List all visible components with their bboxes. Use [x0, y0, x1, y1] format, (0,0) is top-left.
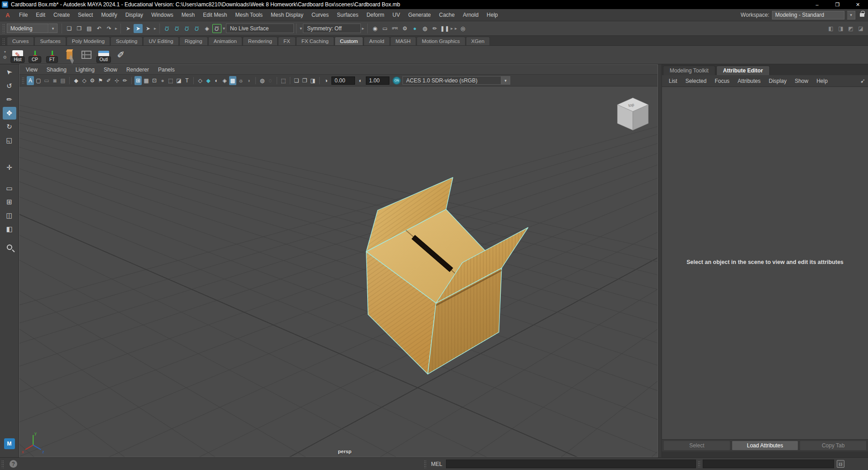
textured-display-icon[interactable]: ◐ [213, 76, 220, 85]
image-display-icon[interactable]: ◪ [175, 76, 182, 85]
copy-tab-button[interactable]: Copy Tab [800, 441, 867, 451]
shelf-tab-fx-caching[interactable]: FX Caching [296, 37, 334, 45]
select-by-component-icon[interactable]: ➤ [144, 24, 153, 33]
shelf-tab-motion-graphics[interactable]: Motion Graphics [417, 37, 465, 45]
ambient-occlusion-icon[interactable]: ◍ [259, 76, 266, 85]
menu-help[interactable]: Help [483, 9, 502, 21]
menu-edit[interactable]: Edit [32, 9, 49, 21]
shelf-tab-rigging[interactable]: Rigging [179, 37, 208, 45]
gamma-field[interactable]: 1.00 [366, 77, 389, 85]
ae-menu-attributes[interactable]: Attributes [734, 78, 765, 84]
select-button[interactable]: Select [663, 441, 730, 451]
menu-mesh-tools[interactable]: Mesh Tools [231, 9, 267, 21]
colorspace-dropdown-icon[interactable]: ▾ [501, 76, 510, 85]
shelf-tab-xgen[interactable]: XGen [466, 37, 490, 45]
menu-mesh-display[interactable]: Mesh Display [267, 9, 307, 21]
default-lighting-icon[interactable]: ☼ [237, 76, 245, 85]
shelf-button-center-pivot[interactable]: CP [26, 46, 43, 63]
statusline-grip[interactable] [2, 24, 5, 34]
exposure-icon[interactable]: ◑ [322, 76, 330, 85]
move-tool-icon[interactable]: ✥ [3, 107, 16, 120]
shelf-tab-arnold[interactable]: Arnold [364, 37, 389, 45]
shelf-button-history[interactable]: ✎ Hist [9, 46, 26, 63]
grease-pencil-icon[interactable]: ✏ [121, 76, 129, 85]
bookmark-icon[interactable]: ⚑ [97, 76, 104, 85]
viewport-toolbar-grip[interactable] [22, 77, 25, 84]
view-cube[interactable]: top [617, 98, 648, 130]
symmetry-field[interactable]: Symmetry: Off [303, 24, 361, 33]
toggle-tool-settings-icon[interactable]: ◩ [846, 24, 855, 33]
shelf-tab-animation[interactable]: Animation [208, 37, 242, 45]
camera-select-icon[interactable]: ◆ [72, 76, 80, 85]
exposure-field[interactable]: 0.00 [331, 77, 355, 85]
film-gate-display-icon[interactable]: ▦ [143, 76, 150, 85]
redo-icon[interactable]: ↷ [105, 24, 114, 33]
shadows-icon[interactable]: ◗ [245, 76, 253, 85]
safe-title-icon[interactable]: ● [159, 76, 166, 85]
layout-hypergraph-icon[interactable] [3, 241, 16, 254]
toggle-channel-box-icon[interactable]: ◪ [856, 24, 865, 33]
collapse-arrow-icon[interactable]: ▸ [451, 26, 453, 31]
shelf-button-panel-layout[interactable] [78, 46, 95, 63]
workspace-lock-icon[interactable] [860, 13, 864, 17]
render-view-icon[interactable]: ◉ [370, 24, 379, 33]
film-gate-icon[interactable]: ▢ [35, 76, 42, 85]
make-live-icon[interactable]: ◈ [202, 24, 211, 33]
lookdev-search-icon[interactable]: ◎ [458, 24, 467, 33]
pin-icon[interactable]: ➹ [860, 77, 865, 84]
menu-arnold[interactable]: Arnold [459, 9, 483, 21]
menu-uv[interactable]: UV [388, 9, 404, 21]
command-language-toggle[interactable]: MEL [431, 461, 442, 467]
menu-deform[interactable]: Deform [362, 9, 388, 21]
workspace-select[interactable]: Modeling - Standard [772, 11, 844, 19]
command-result-field[interactable] [703, 460, 834, 468]
render-settings-icon[interactable]: ⚙ [400, 24, 409, 33]
viewport-menu-panels[interactable]: Panels [153, 65, 179, 74]
select-tool-icon[interactable]: ➤ [3, 66, 16, 79]
menu-windows[interactable]: Windows [147, 9, 177, 21]
pan-zoom-icon[interactable]: ⊹ [113, 76, 120, 85]
commandline-grip[interactable] [424, 460, 427, 468]
safe-action-icon[interactable]: ⊡ [151, 76, 158, 85]
select-by-object-icon[interactable]: ➤ [134, 24, 143, 33]
motion-blur-icon[interactable]: ◌ [267, 76, 274, 85]
isolate-select-icon[interactable]: ⬚ [280, 76, 287, 85]
result-grip[interactable] [698, 461, 701, 467]
menu-cache[interactable]: Cache [435, 9, 459, 21]
ae-menu-display[interactable]: Display [765, 78, 791, 84]
snap-to-grid-icon[interactable]: Ω [163, 24, 172, 33]
maximize-button[interactable]: ❐ [827, 0, 848, 9]
paint-selection-tool-icon[interactable]: ✏ [3, 93, 16, 106]
menu-curves[interactable]: Curves [307, 9, 333, 21]
ae-menu-list[interactable]: List [665, 78, 681, 84]
shelf-tab-sculpting[interactable]: Sculpting [110, 37, 143, 45]
maya-badge-icon[interactable]: M [4, 438, 15, 449]
shelf-gear-icon[interactable]: ⚙ [3, 55, 7, 60]
pause-viewport-icon[interactable]: ❚❚ [440, 24, 449, 33]
paste-view-icon[interactable]: ❐ [301, 76, 308, 85]
snap-options-dropdown-icon[interactable]: ▾ [223, 26, 225, 31]
snap-together-icon[interactable]: Ω [212, 24, 221, 33]
load-attributes-button[interactable]: Load Attributes [732, 441, 799, 451]
save-scene-icon[interactable]: ▤ [85, 24, 94, 33]
toggle-attribute-editor-icon[interactable]: ◨ [836, 24, 845, 33]
live-surface-field[interactable]: No Live Surface [226, 24, 294, 33]
tab-attribute-editor[interactable]: Attribute Editor [716, 66, 770, 75]
collapse-arrow-icon[interactable]: ▸ [154, 26, 156, 31]
layout-two-pane-icon[interactable]: ◫ [3, 209, 16, 222]
viewport-canvas[interactable]: top y x z persp [19, 86, 657, 457]
collapse-arrow-icon[interactable]: ▸ [362, 26, 364, 31]
help-icon[interactable]: ? [10, 460, 17, 468]
hypershade-icon[interactable]: ● [410, 24, 419, 33]
minimize-button[interactable]: – [807, 0, 827, 9]
workspace-dropdown-arrow-icon[interactable]: ▾ [847, 11, 855, 19]
menu-surfaces[interactable]: Surfaces [333, 9, 362, 21]
shelf-tab-custom[interactable]: Custom [335, 37, 364, 45]
rotate-tool-icon[interactable]: ↻ [3, 120, 16, 133]
menu-create[interactable]: Create [49, 9, 74, 21]
shelf-tab-curves[interactable]: Curves [7, 37, 34, 45]
symmetry-dropdown-icon[interactable]: ▾ [300, 26, 302, 31]
colorspace-select[interactable]: ACES 1.0 SDR-video (sRGB) [403, 76, 501, 85]
viewport-menu-shading[interactable]: Shading [42, 65, 71, 74]
menu-select[interactable]: Select [74, 9, 97, 21]
